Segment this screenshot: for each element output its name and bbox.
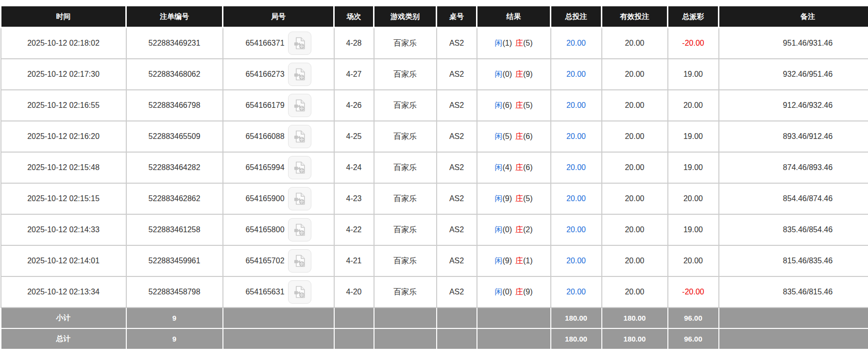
result-player-label: 闲 (494, 163, 502, 171)
round-number: 654165631 (245, 288, 284, 296)
grand-total-table-no-cell (437, 328, 477, 349)
video-replay-button[interactable] (288, 32, 311, 55)
video-replay-button[interactable] (288, 218, 311, 241)
result-banker-score: (9) (523, 70, 533, 78)
remark-cell: 874.46/893.46 (719, 152, 868, 183)
game-type-cell: 百家乐 (374, 152, 437, 183)
game-type-cell: 百家乐 (374, 245, 437, 276)
bet-records-table-container: 时间注单编号局号场次游戏类别桌号结果总投注有效投注总派彩备注 2025-10-1… (0, 0, 868, 360)
video-replay-button[interactable] (288, 156, 311, 179)
video-replay-button[interactable] (288, 187, 311, 210)
session-cell: 4-25 (334, 121, 374, 152)
time-cell: 2025-10-12 02:13:34 (1, 276, 126, 308)
video-replay-icon (292, 36, 307, 51)
video-replay-icon (292, 129, 307, 144)
round-number: 654166179 (245, 101, 284, 110)
video-replay-button[interactable] (288, 94, 311, 117)
result-player-score: (0) (502, 225, 512, 234)
subtotal-table-no-cell (437, 308, 477, 328)
column-header-valid-bet: 有效投注 (602, 6, 668, 28)
subtotal-game-type-cell (374, 308, 437, 328)
table-header-row: 时间注单编号局号场次游戏类别桌号结果总投注有效投注总派彩备注 (1, 6, 868, 28)
video-replay-button[interactable] (288, 63, 311, 86)
round-cell: 654165631 (223, 276, 334, 308)
video-replay-button[interactable] (288, 280, 311, 304)
valid-bet-cell: 20.00 (602, 90, 668, 121)
result-player-score: (9) (502, 194, 512, 203)
result-banker-label: 庄 (515, 257, 523, 265)
round-number: 654165994 (245, 163, 284, 172)
bet-id-cell: 522883458798 (126, 276, 223, 308)
payout-cell: -20.00 (668, 276, 719, 308)
subtotal-count-cell: 9 (126, 308, 223, 328)
time-cell: 2025-10-12 02:16:20 (1, 121, 126, 152)
column-header-round: 局号 (223, 6, 334, 28)
grand-total-game-type-cell (374, 328, 437, 349)
video-replay-icon (292, 191, 307, 206)
column-header-game-type: 游戏类别 (374, 6, 437, 28)
table-row: 2025-10-12 02:14:01 522883459961 6541657… (1, 245, 868, 276)
column-header-payout: 总派彩 (668, 6, 719, 28)
total-bet-cell: 20.00 (551, 59, 602, 90)
result-banker-label: 庄 (515, 70, 523, 78)
result-player-score: (5) (502, 132, 512, 140)
result-player-label: 闲 (494, 225, 502, 234)
result-cell: 闲(6)庄(5) (477, 90, 551, 121)
session-cell: 4-22 (334, 214, 374, 245)
payout-cell: 19.00 (668, 121, 719, 152)
total-bet-cell: 20.00 (551, 245, 602, 276)
video-replay-button[interactable] (288, 249, 311, 273)
table-no-cell: AS2 (437, 152, 477, 183)
grand-total-payout-cell: 96.00 (668, 328, 719, 349)
result-banker-score: (9) (523, 288, 533, 296)
result-banker-score: (6) (523, 132, 533, 140)
table-no-cell: AS2 (437, 90, 477, 121)
total-bet-cell: 20.00 (551, 183, 602, 214)
table-no-cell: AS2 (437, 28, 477, 59)
subtotal-round-cell (223, 308, 334, 328)
remark-cell: 912.46/932.46 (719, 90, 868, 121)
session-cell: 4-27 (334, 59, 374, 90)
payout-cell: 20.00 (668, 90, 719, 121)
table-no-cell: AS2 (437, 276, 477, 308)
round-number: 654165800 (245, 225, 284, 234)
result-banker-label: 庄 (515, 194, 523, 203)
remark-cell: 815.46/835.46 (719, 245, 868, 276)
result-banker-label: 庄 (515, 39, 523, 47)
bet-id-cell: 522883461258 (126, 214, 223, 245)
total-bet-cell: 20.00 (551, 276, 602, 308)
column-header-table-no: 桌号 (437, 6, 477, 28)
result-player-label: 闲 (494, 257, 502, 265)
remark-cell: 932.46/951.46 (719, 59, 868, 90)
payout-cell: 19.00 (668, 59, 719, 90)
result-cell: 闲(1)庄(5) (477, 28, 551, 59)
column-header-time: 时间 (1, 6, 126, 28)
grand-total-remark-cell (719, 328, 868, 349)
valid-bet-cell: 20.00 (602, 245, 668, 276)
bet-records-table: 时间注单编号局号场次游戏类别桌号结果总投注有效投注总派彩备注 2025-10-1… (0, 5, 868, 350)
result-player-score: (4) (502, 163, 512, 171)
column-header-remark: 备注 (719, 6, 868, 28)
video-replay-button[interactable] (288, 125, 311, 148)
column-header-session: 场次 (334, 6, 374, 28)
time-cell: 2025-10-12 02:15:48 (1, 152, 126, 183)
result-banker-score: (6) (523, 163, 533, 171)
game-type-cell: 百家乐 (374, 121, 437, 152)
table-row: 2025-10-12 02:13:34 522883458798 6541656… (1, 276, 868, 308)
bet-id-cell: 522883465509 (126, 121, 223, 152)
round-number: 654165900 (245, 194, 284, 203)
subtotal-result-cell (477, 308, 551, 328)
session-cell: 4-24 (334, 152, 374, 183)
result-player-label: 闲 (494, 132, 502, 140)
grand-total-valid-bet-cell: 180.00 (602, 328, 668, 349)
bet-id-cell: 522883462862 (126, 183, 223, 214)
bet-id-cell: 522883464282 (126, 152, 223, 183)
table-row: 2025-10-12 02:18:02 522883469231 6541663… (1, 28, 868, 59)
time-cell: 2025-10-12 02:18:02 (1, 28, 126, 59)
column-header-result: 结果 (477, 6, 551, 28)
round-number: 654166088 (245, 132, 284, 141)
session-cell: 4-21 (334, 245, 374, 276)
bet-id-cell: 522883466798 (126, 90, 223, 121)
result-cell: 闲(9)庄(1) (477, 245, 551, 276)
payout-cell: 20.00 (668, 245, 719, 276)
